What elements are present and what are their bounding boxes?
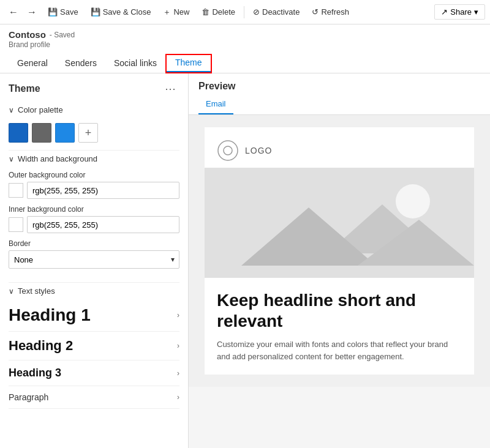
- tab-general[interactable]: General: [9, 54, 56, 73]
- save-close-label: Save & Close: [103, 7, 151, 17]
- outer-bg-input[interactable]: [27, 182, 179, 199]
- app-subtitle: Brand profile: [9, 40, 481, 49]
- share-label: Share: [450, 7, 472, 17]
- inner-bg-color-preview[interactable]: [9, 217, 23, 232]
- new-icon: ＋: [163, 7, 171, 18]
- width-background-section-header[interactable]: ∨ Width and background: [0, 151, 188, 167]
- width-background-section-title: Width and background: [18, 154, 97, 163]
- tab-theme[interactable]: Theme: [167, 55, 211, 72]
- save-close-button[interactable]: 💾 Save & Close: [86, 5, 156, 19]
- heading-3-label: Heading 3: [9, 367, 61, 379]
- save-close-icon: 💾: [91, 7, 100, 17]
- text-styles-section-header[interactable]: ∨ Text styles: [0, 283, 188, 299]
- border-label: Border: [9, 239, 179, 248]
- tab-theme-wrapper: Theme: [165, 54, 212, 73]
- share-chevron-icon: ▾: [474, 7, 478, 17]
- email-body-text: Customize your email with fonts and colo…: [217, 338, 462, 362]
- back-button[interactable]: ←: [5, 4, 22, 20]
- new-button[interactable]: ＋ New: [158, 4, 194, 20]
- add-color-button[interactable]: +: [78, 123, 98, 143]
- paragraph-label: Paragraph: [9, 392, 48, 402]
- save-label: Save: [60, 7, 78, 17]
- share-button[interactable]: ↗ Share ▾: [434, 4, 485, 20]
- outer-bg-group: Outer background color: [9, 171, 179, 199]
- deactivate-button[interactable]: ⊘ Deactivate: [248, 5, 304, 19]
- refresh-icon: ↺: [312, 7, 318, 17]
- logo-icon: [217, 140, 239, 162]
- heading-2-chevron-icon: ›: [177, 342, 179, 350]
- left-panel: Theme ⋯ ∨ Color palette + ∨ Width and ba…: [0, 73, 189, 448]
- heading-1-item[interactable]: Heading 1 ›: [9, 299, 179, 332]
- email-hero-image: [205, 168, 474, 278]
- deactivate-icon: ⊘: [253, 7, 260, 17]
- delete-icon: 🗑: [202, 7, 209, 17]
- color-palette-section-title: Color palette: [18, 105, 63, 114]
- nav-arrows: ← →: [5, 4, 40, 20]
- email-body: Keep headline short and relevant Customi…: [205, 278, 474, 375]
- forward-button[interactable]: →: [23, 4, 40, 20]
- border-select-wrapper: None Light Medium Heavy ▾: [9, 250, 179, 269]
- border-select[interactable]: None Light Medium Heavy: [9, 250, 179, 269]
- heading-3-chevron-icon: ›: [177, 369, 179, 378]
- toolbar: ← → 💾 Save 💾 Save & Close ＋ New 🗑 Delete…: [0, 0, 490, 24]
- text-styles-section-title: Text styles: [18, 286, 55, 296]
- width-background-form: Outer background color Inner background …: [0, 167, 188, 282]
- inner-bg-label: Inner background color: [9, 205, 179, 214]
- preview-header: Preview Email: [189, 73, 490, 115]
- color-palette-section-header[interactable]: ∨ Color palette: [0, 102, 188, 118]
- save-button[interactable]: 💾 Save: [43, 5, 83, 19]
- heading-1-chevron-icon: ›: [177, 311, 179, 319]
- heading-2-label: Heading 2: [9, 338, 73, 354]
- heading-1-label: Heading 1: [9, 305, 91, 325]
- refresh-label: Refresh: [321, 7, 349, 17]
- email-preview: LOGO: [205, 127, 474, 375]
- heading-3-item[interactable]: Heading 3 ›: [9, 360, 179, 386]
- svg-point-3: [396, 184, 430, 218]
- deactivate-label: Deactivate: [262, 7, 300, 17]
- preview-title: Preview: [198, 81, 480, 92]
- share-icon: ↗: [441, 7, 448, 17]
- preview-tab-email[interactable]: Email: [198, 97, 233, 114]
- saved-status: - Saved: [50, 31, 75, 39]
- logo-text: LOGO: [245, 146, 272, 155]
- color-swatch-lightblue[interactable]: [55, 123, 75, 143]
- panel-header: Theme ⋯: [0, 73, 188, 102]
- svg-point-1: [224, 146, 232, 155]
- heading-2-item[interactable]: Heading 2 ›: [9, 332, 179, 360]
- app-title: Contoso - Saved: [9, 29, 481, 40]
- tab-senders[interactable]: Senders: [56, 54, 105, 73]
- outer-bg-input-row: [9, 182, 179, 199]
- text-styles-list: Heading 1 › Heading 2 › Heading 3 › Para…: [0, 299, 188, 409]
- panel-menu-button[interactable]: ⋯: [161, 81, 179, 97]
- delete-button[interactable]: 🗑 Delete: [197, 5, 240, 19]
- border-group: Border None Light Medium Heavy ▾: [9, 239, 179, 269]
- preview-content: LOGO: [189, 115, 490, 387]
- preview-tabs: Email: [198, 97, 480, 114]
- outer-bg-label: Outer background color: [9, 171, 179, 179]
- panel-title: Theme: [9, 83, 40, 94]
- paragraph-item[interactable]: Paragraph ›: [9, 386, 179, 409]
- width-background-chevron-icon: ∨: [9, 155, 14, 163]
- mountain-svg: [205, 168, 474, 278]
- color-palette-area: +: [0, 118, 188, 150]
- new-label: New: [173, 7, 189, 17]
- separator: [244, 6, 244, 18]
- right-panel: Preview Email LOGO: [189, 73, 490, 448]
- paragraph-chevron-icon: ›: [177, 393, 179, 401]
- color-palette-chevron-icon: ∨: [9, 106, 14, 114]
- svg-point-0: [218, 141, 238, 160]
- inner-bg-input[interactable]: [27, 216, 179, 233]
- tab-social-links[interactable]: Social links: [105, 54, 165, 73]
- app-name: Contoso: [9, 29, 46, 40]
- inner-bg-group: Inner background color: [9, 205, 179, 233]
- tabs-bar: General Senders Social links Theme: [9, 54, 481, 73]
- save-icon: 💾: [48, 7, 58, 17]
- delete-label: Delete: [212, 7, 235, 17]
- outer-bg-color-preview[interactable]: [9, 183, 23, 198]
- color-swatch-gray[interactable]: [32, 123, 51, 143]
- app-header: Contoso - Saved Brand profile General Se…: [0, 24, 490, 73]
- inner-bg-input-row: [9, 216, 179, 233]
- refresh-button[interactable]: ↺ Refresh: [307, 5, 354, 19]
- text-styles-chevron-icon: ∨: [9, 287, 14, 296]
- color-swatch-blue[interactable]: [9, 123, 28, 143]
